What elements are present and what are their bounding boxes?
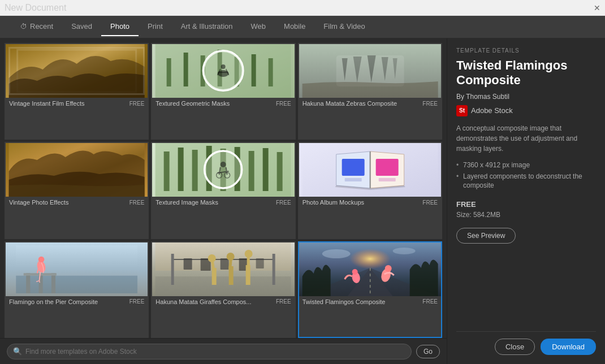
svg-rect-4 xyxy=(167,58,171,86)
free-badge: FREE xyxy=(422,298,438,305)
svg-rect-43 xyxy=(51,273,55,293)
tab-saved[interactable]: Saved xyxy=(62,18,101,36)
adobe-stock-badge: St Adobe Stock xyxy=(456,105,596,116)
tab-recent[interactable]: ⏱ Recent xyxy=(11,18,62,36)
tab-mobile[interactable]: Mobile xyxy=(275,18,314,36)
title-bar: New Document ✕ xyxy=(0,0,605,16)
free-badge: FREE xyxy=(129,200,145,206)
template-card-hakuna-zebra[interactable]: Hakuna Matata Zebras Composite FREE xyxy=(298,43,442,140)
template-card-flamingo-pier[interactable]: Flamingo on the Pier Composite FREE xyxy=(5,241,149,338)
free-badge: FREE xyxy=(422,200,438,206)
svg-rect-65 xyxy=(246,265,250,285)
template-card-vintage-instant[interactable]: Vintage Instant Film Effects FREE xyxy=(5,43,149,140)
right-panel: TEMPLATE DETAILS Twisted Flamingos Compo… xyxy=(447,38,605,364)
svg-rect-28 xyxy=(277,152,283,191)
template-card-photo-album[interactable]: Photo Album Mockups FREE xyxy=(298,142,442,239)
template-thumb-hakuna-giraffes xyxy=(152,242,294,296)
template-label-row: Hakuna Matata Zebras Composite FREE xyxy=(299,98,441,109)
template-name: Vintage Instant Film Effects xyxy=(9,100,127,107)
clock-icon: ⏱ xyxy=(20,23,27,31)
detail-description: A conceptual composite image that demons… xyxy=(456,123,596,154)
template-label-row: Vintage Instant Film Effects FREE xyxy=(6,98,148,109)
svg-point-29 xyxy=(205,151,242,188)
svg-rect-38 xyxy=(378,178,395,181)
svg-rect-40 xyxy=(16,275,137,293)
template-label-row: Photo Album Mockups FREE xyxy=(299,197,441,208)
svg-rect-36 xyxy=(344,178,361,181)
svg-rect-41 xyxy=(26,273,30,293)
svg-rect-5 xyxy=(184,53,188,86)
svg-line-49 xyxy=(39,280,40,283)
svg-point-74 xyxy=(392,248,415,254)
search-wrapper: 🔍 xyxy=(7,344,412,359)
template-card-twisted-flamingos[interactable]: Twisted Flamingos Composite FREE xyxy=(298,241,442,338)
svg-point-30 xyxy=(221,162,226,167)
download-button[interactable]: Download xyxy=(541,339,596,355)
template-label-row: Flamingo on the Pier Composite FREE xyxy=(6,296,148,307)
template-card-textured-image[interactable]: Textured Image Masks FREE xyxy=(151,142,295,239)
svg-rect-9 xyxy=(252,54,256,86)
tab-web[interactable]: Web xyxy=(242,18,275,36)
template-card-vintage-photo[interactable]: Vintage Photo Effects FREE xyxy=(5,142,149,239)
dialog-buttons: Close Download xyxy=(456,331,596,355)
template-thumb-textured-geo xyxy=(152,44,294,98)
detail-title: Twisted Flamingos Composite xyxy=(456,58,596,88)
template-name: Hakuna Matata Giraffes Compos... xyxy=(155,298,274,305)
template-label-row: Vintage Photo Effects FREE xyxy=(6,197,148,208)
svg-point-46 xyxy=(38,256,45,262)
svg-rect-27 xyxy=(263,148,269,191)
tab-film-video[interactable]: Film & Video xyxy=(314,18,374,36)
go-button[interactable]: Go xyxy=(416,345,440,358)
detail-size: Size: 584.2MB xyxy=(456,211,596,219)
svg-rect-21 xyxy=(178,148,184,191)
svg-rect-68 xyxy=(171,254,174,285)
template-thumb-photo-album xyxy=(299,143,441,197)
search-icon: 🔍 xyxy=(13,347,22,356)
free-badge: FREE xyxy=(129,298,145,305)
window-title: New Document xyxy=(5,3,66,13)
detail-bullet-2: Layered components to deconstruct the co… xyxy=(456,172,596,191)
svg-rect-56 xyxy=(221,258,229,270)
svg-point-67 xyxy=(245,250,253,258)
free-badge: FREE xyxy=(129,101,145,107)
svg-rect-37 xyxy=(375,159,398,176)
template-grid: Vintage Instant Film Effects FREE xyxy=(0,38,447,338)
tab-art-illustration[interactable]: Art & Illustration xyxy=(172,18,242,36)
adobe-stock-label: Adobe Stock xyxy=(471,106,513,115)
tab-photo[interactable]: Photo xyxy=(101,18,139,36)
template-thumb-textured-image xyxy=(152,143,294,197)
close-dialog-button[interactable]: Close xyxy=(495,339,535,355)
detail-bullets: 7360 x 4912 px image Layered components … xyxy=(456,161,596,192)
detail-free-label: FREE xyxy=(456,200,596,209)
template-label-row: Textured Geometric Masks FREE xyxy=(152,98,294,109)
svg-point-73 xyxy=(322,249,350,258)
svg-rect-26 xyxy=(249,151,254,191)
see-preview-button[interactable]: See Preview xyxy=(456,228,516,244)
template-thumb-hakuna-zebra xyxy=(299,44,441,98)
template-thumb-flamingo-pier xyxy=(6,242,148,296)
detail-author: By Thomas Subtil xyxy=(456,93,596,101)
free-badge: FREE xyxy=(276,200,291,206)
svg-point-76 xyxy=(352,269,357,275)
template-name: Hakuna Matata Zebras Composite xyxy=(302,100,421,107)
search-input[interactable] xyxy=(25,348,405,356)
template-card-textured-geo[interactable]: Textured Geometric Masks FREE xyxy=(151,43,295,140)
svg-rect-54 xyxy=(184,258,192,270)
window-close-button[interactable]: ✕ xyxy=(594,4,600,12)
left-panel: Vintage Instant Film Effects FREE xyxy=(0,38,447,364)
svg-rect-35 xyxy=(342,159,364,176)
free-badge: FREE xyxy=(276,101,291,107)
tab-print[interactable]: Print xyxy=(139,18,172,36)
svg-rect-52 xyxy=(155,276,291,296)
template-thumb-vintage-photo xyxy=(6,143,148,197)
template-card-hakuna-giraffes[interactable]: Hakuna Matata Giraffes Compos... FREE xyxy=(151,241,295,338)
template-name: Flamingo on the Pier Composite xyxy=(9,298,127,305)
svg-rect-10 xyxy=(269,58,273,86)
nav-tabs: ⏱ Recent Saved Photo Print Art & Illustr… xyxy=(0,16,605,38)
svg-rect-20 xyxy=(164,151,170,191)
svg-rect-1 xyxy=(18,50,136,92)
svg-point-61 xyxy=(208,254,216,262)
template-name: Textured Geometric Masks xyxy=(155,100,274,107)
free-badge: FREE xyxy=(422,101,438,107)
detail-bullet-1: 7360 x 4912 px image xyxy=(456,161,596,170)
